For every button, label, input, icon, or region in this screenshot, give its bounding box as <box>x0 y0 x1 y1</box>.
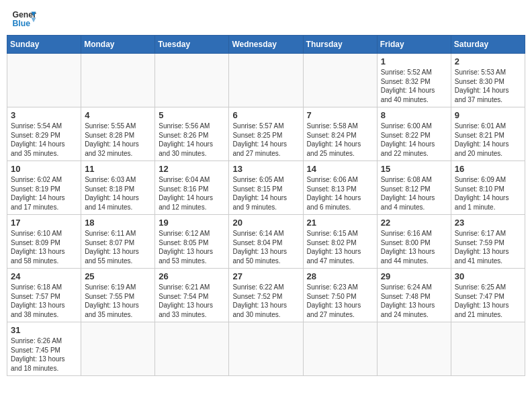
calendar-day-cell <box>81 54 155 107</box>
day-info: Sunrise: 6:21 AM Sunset: 7:54 PM Dayligh… <box>159 283 225 319</box>
day-info: Sunrise: 6:17 AM Sunset: 7:59 PM Dayligh… <box>455 229 521 265</box>
day-info: Sunrise: 5:52 AM Sunset: 8:32 PM Dayligh… <box>381 68 447 104</box>
day-info: Sunrise: 6:26 AM Sunset: 7:45 PM Dayligh… <box>11 336 77 373</box>
calendar-week-row: 1Sunrise: 5:52 AM Sunset: 8:32 PM Daylig… <box>7 54 525 107</box>
day-number: 5 <box>159 110 225 120</box>
day-number: 26 <box>159 271 225 281</box>
day-info: Sunrise: 6:05 AM Sunset: 8:15 PM Dayligh… <box>232 175 299 212</box>
day-info: Sunrise: 6:11 AM Sunset: 8:07 PM Dayligh… <box>85 229 151 265</box>
day-number: 11 <box>85 164 151 174</box>
day-info: Sunrise: 6:03 AM Sunset: 8:18 PM Dayligh… <box>85 175 151 212</box>
calendar-day-cell: 29Sunrise: 6:24 AM Sunset: 7:48 PM Dayli… <box>377 269 451 322</box>
day-info: Sunrise: 6:16 AM Sunset: 8:00 PM Dayligh… <box>381 229 447 265</box>
day-info: Sunrise: 6:14 AM Sunset: 8:04 PM Dayligh… <box>232 229 299 265</box>
day-info: Sunrise: 6:06 AM Sunset: 8:13 PM Dayligh… <box>307 175 373 212</box>
calendar-day-cell <box>7 54 81 107</box>
day-info: Sunrise: 6:23 AM Sunset: 7:50 PM Dayligh… <box>307 283 373 319</box>
header: General Blue <box>7 7 525 31</box>
calendar-day-cell: 20Sunrise: 6:14 AM Sunset: 8:04 PM Dayli… <box>229 215 303 269</box>
calendar-day-cell <box>303 54 377 107</box>
day-of-week-header: Wednesday <box>229 36 303 54</box>
day-info: Sunrise: 6:02 AM Sunset: 8:19 PM Dayligh… <box>11 175 77 212</box>
calendar-day-cell: 23Sunrise: 6:17 AM Sunset: 7:59 PM Dayli… <box>451 215 525 269</box>
calendar-week-row: 24Sunrise: 6:18 AM Sunset: 7:57 PM Dayli… <box>7 269 525 322</box>
calendar-day-cell: 21Sunrise: 6:15 AM Sunset: 8:02 PM Dayli… <box>303 215 377 269</box>
calendar-day-cell: 11Sunrise: 6:03 AM Sunset: 8:18 PM Dayli… <box>81 161 155 215</box>
calendar-day-cell: 19Sunrise: 6:12 AM Sunset: 8:05 PM Dayli… <box>155 215 229 269</box>
day-number: 13 <box>232 164 299 174</box>
day-number: 1 <box>381 56 447 66</box>
calendar-day-cell <box>303 322 377 376</box>
day-number: 28 <box>307 271 373 281</box>
day-info: Sunrise: 5:56 AM Sunset: 8:26 PM Dayligh… <box>159 122 225 158</box>
day-number: 24 <box>11 271 77 281</box>
day-number: 4 <box>85 110 151 120</box>
calendar-day-cell: 5Sunrise: 5:56 AM Sunset: 8:26 PM Daylig… <box>155 107 229 161</box>
day-number: 15 <box>381 164 447 174</box>
day-info: Sunrise: 6:09 AM Sunset: 8:10 PM Dayligh… <box>455 175 521 212</box>
day-info: Sunrise: 6:12 AM Sunset: 8:05 PM Dayligh… <box>159 229 225 265</box>
day-number: 7 <box>307 110 373 120</box>
calendar-day-cell <box>81 322 155 376</box>
day-info: Sunrise: 6:18 AM Sunset: 7:57 PM Dayligh… <box>11 283 77 319</box>
calendar-day-cell <box>155 322 229 376</box>
day-info: Sunrise: 5:54 AM Sunset: 8:29 PM Dayligh… <box>11 122 77 158</box>
day-number: 17 <box>11 218 77 228</box>
day-number: 8 <box>381 110 447 120</box>
calendar-day-cell: 8Sunrise: 6:00 AM Sunset: 8:22 PM Daylig… <box>377 107 451 161</box>
logo-icon: General Blue <box>12 9 36 28</box>
calendar-day-cell: 27Sunrise: 6:22 AM Sunset: 7:52 PM Dayli… <box>229 269 303 322</box>
day-info: Sunrise: 6:00 AM Sunset: 8:22 PM Dayligh… <box>381 122 447 158</box>
day-info: Sunrise: 6:15 AM Sunset: 8:02 PM Dayligh… <box>307 229 373 265</box>
svg-text:Blue: Blue <box>13 19 31 28</box>
day-info: Sunrise: 6:19 AM Sunset: 7:55 PM Dayligh… <box>85 283 151 319</box>
calendar-day-cell: 12Sunrise: 6:04 AM Sunset: 8:16 PM Dayli… <box>155 161 229 215</box>
calendar-day-cell: 3Sunrise: 5:54 AM Sunset: 8:29 PM Daylig… <box>7 107 81 161</box>
calendar-day-cell: 1Sunrise: 5:52 AM Sunset: 8:32 PM Daylig… <box>377 54 451 107</box>
calendar-day-cell: 28Sunrise: 6:23 AM Sunset: 7:50 PM Dayli… <box>303 269 377 322</box>
day-info: Sunrise: 6:10 AM Sunset: 8:09 PM Dayligh… <box>11 229 77 265</box>
day-number: 10 <box>11 164 77 174</box>
calendar-day-cell: 2Sunrise: 5:53 AM Sunset: 8:30 PM Daylig… <box>451 54 525 107</box>
day-info: Sunrise: 6:08 AM Sunset: 8:12 PM Dayligh… <box>381 175 447 212</box>
calendar-day-cell <box>451 322 525 376</box>
calendar-day-cell: 24Sunrise: 6:18 AM Sunset: 7:57 PM Dayli… <box>7 269 81 322</box>
calendar-day-cell: 4Sunrise: 5:55 AM Sunset: 8:28 PM Daylig… <box>81 107 155 161</box>
day-of-week-header: Monday <box>81 36 155 54</box>
calendar-day-cell: 10Sunrise: 6:02 AM Sunset: 8:19 PM Dayli… <box>7 161 81 215</box>
calendar-day-cell: 13Sunrise: 6:05 AM Sunset: 8:15 PM Dayli… <box>229 161 303 215</box>
calendar-day-cell: 15Sunrise: 6:08 AM Sunset: 8:12 PM Dayli… <box>377 161 451 215</box>
day-number: 19 <box>159 218 225 228</box>
day-of-week-header: Friday <box>377 36 451 54</box>
day-number: 29 <box>381 271 447 281</box>
logo: General Blue <box>12 9 36 28</box>
day-info: Sunrise: 6:22 AM Sunset: 7:52 PM Dayligh… <box>232 283 299 319</box>
calendar-day-cell: 16Sunrise: 6:09 AM Sunset: 8:10 PM Dayli… <box>451 161 525 215</box>
day-number: 20 <box>232 218 299 228</box>
calendar-day-cell: 17Sunrise: 6:10 AM Sunset: 8:09 PM Dayli… <box>7 215 81 269</box>
day-of-week-header: Sunday <box>7 36 81 54</box>
day-number: 21 <box>307 218 373 228</box>
calendar-day-cell: 26Sunrise: 6:21 AM Sunset: 7:54 PM Dayli… <box>155 269 229 322</box>
calendar-day-cell: 6Sunrise: 5:57 AM Sunset: 8:25 PM Daylig… <box>229 107 303 161</box>
svg-marker-3 <box>32 17 36 22</box>
calendar-day-cell: 9Sunrise: 6:01 AM Sunset: 8:21 PM Daylig… <box>451 107 525 161</box>
calendar-day-cell: 25Sunrise: 6:19 AM Sunset: 7:55 PM Dayli… <box>81 269 155 322</box>
calendar-day-cell <box>229 322 303 376</box>
day-number: 14 <box>307 164 373 174</box>
calendar-day-cell <box>155 54 229 107</box>
calendar-day-cell <box>229 54 303 107</box>
calendar: SundayMondayTuesdayWednesdayThursdayFrid… <box>7 35 525 376</box>
day-info: Sunrise: 6:04 AM Sunset: 8:16 PM Dayligh… <box>159 175 225 212</box>
day-number: 16 <box>455 164 521 174</box>
day-number: 31 <box>11 325 77 335</box>
calendar-day-cell: 31Sunrise: 6:26 AM Sunset: 7:45 PM Dayli… <box>7 322 81 376</box>
calendar-week-row: 3Sunrise: 5:54 AM Sunset: 8:29 PM Daylig… <box>7 107 525 161</box>
day-number: 25 <box>85 271 151 281</box>
calendar-day-cell <box>377 322 451 376</box>
day-number: 18 <box>85 218 151 228</box>
calendar-day-cell: 14Sunrise: 6:06 AM Sunset: 8:13 PM Dayli… <box>303 161 377 215</box>
day-info: Sunrise: 6:25 AM Sunset: 7:47 PM Dayligh… <box>455 283 521 319</box>
day-number: 30 <box>455 271 521 281</box>
day-number: 12 <box>159 164 225 174</box>
